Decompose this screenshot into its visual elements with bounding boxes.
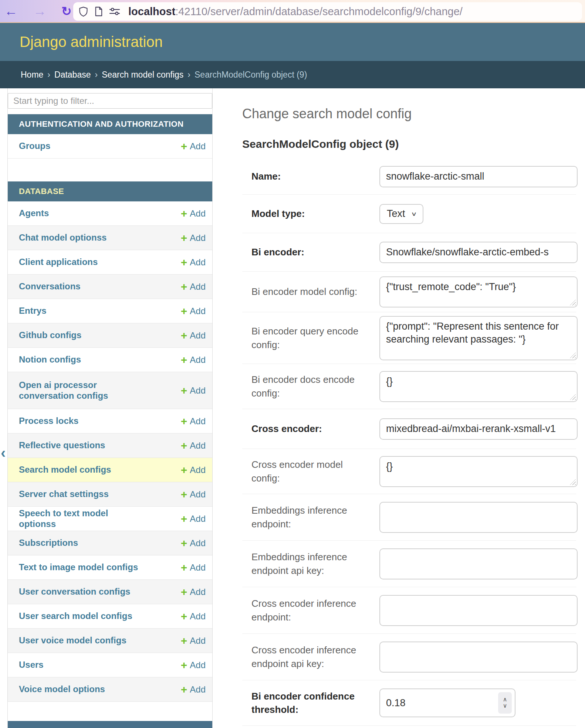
- sidebar-item-link-server-chat-settingss[interactable]: Server chat settingss: [19, 489, 109, 499]
- sidebar-item-chat-model-optionss[interactable]: Chat model optionss+Add: [8, 226, 212, 250]
- sidebar-item-link-chat-model-optionss[interactable]: Chat model optionss: [19, 232, 106, 243]
- sidebar-item-link-speech-to-text-model-optionss[interactable]: Speech to text model optionss: [19, 508, 141, 529]
- bi-encoder-model-config-textarea[interactable]: {"trust_remote_code": "True"}: [379, 276, 578, 307]
- sidebar-item-reflective-questions[interactable]: Reflective questions+Add: [8, 433, 212, 458]
- stepper-up-icon[interactable]: ∧: [503, 697, 507, 703]
- bi-encoder-confidence-threshold-stepper[interactable]: ∧∨: [498, 692, 512, 714]
- sidebar-item-link-text-to-image-model-configs[interactable]: Text to image model configs: [19, 562, 138, 572]
- sidebar-item-subscriptions[interactable]: Subscriptions+Add: [8, 531, 212, 555]
- add-user-search-model-configs-button[interactable]: +Add: [181, 611, 206, 622]
- sidebar-item-link-conversations[interactable]: Conversations: [19, 281, 81, 292]
- sidebar-item-speech-to-text-model-optionss[interactable]: Speech to text model optionss+Add: [8, 507, 212, 531]
- breadcrumb-link-database[interactable]: Database: [54, 70, 91, 80]
- sidebar-item-link-user-search-model-configs[interactable]: User search model configs: [19, 611, 132, 621]
- sidebar-item-link-voice-model-options[interactable]: Voice model options: [19, 684, 105, 694]
- plus-icon: +: [181, 611, 187, 622]
- forward-icon[interactable]: →: [33, 4, 47, 18]
- sidebar-item-link-open-ai-processor-conversation-configs[interactable]: Open ai processor conversation configs: [19, 380, 141, 401]
- sidebar-item-link-github-configs[interactable]: Github configs: [19, 330, 81, 340]
- sidebar-item-link-notion-configs[interactable]: Notion configs: [19, 354, 81, 365]
- sidebar-item-link-process-locks[interactable]: Process locks: [19, 416, 78, 426]
- add-voice-model-options-button[interactable]: +Add: [181, 684, 206, 695]
- sidebar-item-process-locks[interactable]: Process locks+Add: [8, 409, 212, 433]
- model-type-select[interactable]: Text∨: [379, 204, 423, 224]
- plus-icon: +: [181, 635, 187, 646]
- sidebar-toggle-icon[interactable]: ‹: [1, 445, 6, 460]
- add-groups-button[interactable]: +Add: [181, 141, 206, 152]
- sidebar-item-link-client-applications[interactable]: Client applications: [19, 257, 98, 267]
- sidebar-item-link-reflective-questions[interactable]: Reflective questions: [19, 440, 105, 450]
- add-entrys-button[interactable]: +Add: [181, 306, 206, 317]
- plus-icon: +: [181, 208, 187, 219]
- sidebar-item-link-agents[interactable]: Agents: [19, 208, 49, 218]
- bi-encoder-confidence-threshold-input[interactable]: [379, 688, 515, 717]
- sidebar-item-link-groups[interactable]: Groups: [19, 141, 50, 151]
- sidebar-item-open-ai-processor-conversation-configs[interactable]: Open ai processor conversation configs+A…: [8, 372, 212, 409]
- sidebar-item-link-subscriptions[interactable]: Subscriptions: [19, 538, 78, 548]
- bi-encoder-query-encode-config-textarea[interactable]: {"prompt": "Represent this sentence for …: [379, 316, 578, 360]
- sidebar-item-link-user-voice-model-configs[interactable]: User voice model configs: [19, 635, 126, 646]
- add-label: Add: [190, 514, 206, 524]
- add-label: Add: [190, 306, 206, 316]
- cross-encoder-inference-endpoint-input[interactable]: [379, 595, 578, 626]
- sidebar-item-search-model-configs[interactable]: Search model configs+Add: [8, 458, 212, 482]
- sidebar-item-server-chat-settingss[interactable]: Server chat settingss+Add: [8, 482, 212, 507]
- back-icon[interactable]: ←: [4, 4, 18, 18]
- sidebar-item-voice-model-options[interactable]: Voice model options+Add: [8, 677, 212, 702]
- embeddings-inference-endpoint-input[interactable]: [379, 502, 578, 533]
- add-client-applications-button[interactable]: +Add: [181, 257, 206, 268]
- cross-encoder-model-config-textarea[interactable]: {}: [379, 456, 578, 487]
- name-input[interactable]: [379, 166, 578, 187]
- address-bar[interactable]: localhost:42110/server/admin/database/se…: [73, 2, 582, 21]
- add-users-button[interactable]: +Add: [181, 660, 206, 671]
- bi-encoder-docs-encode-config-textarea[interactable]: {}: [379, 371, 578, 402]
- main-content: Change search model config SearchModelCo…: [213, 88, 585, 728]
- add-search-model-configs-button[interactable]: +Add: [181, 465, 206, 476]
- add-conversations-button[interactable]: +Add: [181, 281, 206, 292]
- embeddings-inference-endpoint-api-key-input[interactable]: [379, 548, 578, 579]
- sidebar-item-groups[interactable]: Groups+Add: [8, 134, 212, 159]
- sidebar-item-users[interactable]: Users+Add: [8, 653, 212, 677]
- add-server-chat-settingss-button[interactable]: +Add: [181, 489, 206, 500]
- add-subscriptions-button[interactable]: +Add: [181, 538, 206, 549]
- add-label: Add: [190, 330, 206, 341]
- add-reflective-questions-button[interactable]: +Add: [181, 440, 206, 451]
- cross-encoder-inference-endpoint-api-key-input[interactable]: [379, 642, 578, 673]
- breadcrumb-link-home[interactable]: Home: [21, 70, 43, 80]
- sidebar-item-text-to-image-model-configs[interactable]: Text to image model configs+Add: [8, 555, 212, 580]
- add-process-locks-button[interactable]: +Add: [181, 416, 206, 427]
- sidebar-filter-input[interactable]: [8, 93, 212, 109]
- cross-encoder-input[interactable]: [379, 418, 578, 440]
- sidebar-item-conversations[interactable]: Conversations+Add: [8, 275, 212, 299]
- sidebar-item-link-user-conversation-configs[interactable]: User conversation configs: [19, 586, 130, 597]
- add-agents-button[interactable]: +Add: [181, 208, 206, 219]
- sidebar-item-entrys[interactable]: Entrys+Add: [8, 299, 212, 323]
- page-icon[interactable]: [94, 6, 103, 17]
- bi-encoder-input[interactable]: [379, 242, 578, 263]
- sidebar-item-link-entrys[interactable]: Entrys: [19, 306, 47, 316]
- add-notion-configs-button[interactable]: +Add: [181, 354, 206, 365]
- shield-icon[interactable]: [78, 6, 88, 17]
- stepper-down-icon[interactable]: ∨: [503, 703, 507, 709]
- sidebar-item-client-applications[interactable]: Client applications+Add: [8, 250, 212, 275]
- sidebar-item-github-configs[interactable]: Github configs+Add: [8, 323, 212, 348]
- add-user-voice-model-configs-button[interactable]: +Add: [181, 635, 206, 646]
- sidebar-item-user-search-model-configs[interactable]: User search model configs+Add: [8, 604, 212, 629]
- add-open-ai-processor-conversation-configs-button[interactable]: +Add: [181, 385, 206, 396]
- sidebar-item-agents[interactable]: Agents+Add: [8, 201, 212, 226]
- add-github-configs-button[interactable]: +Add: [181, 330, 206, 341]
- add-user-conversation-configs-button[interactable]: +Add: [181, 586, 206, 598]
- sidebar-item-link-search-model-configs[interactable]: Search model configs: [19, 465, 111, 475]
- sidebar-item-user-conversation-configs[interactable]: User conversation configs+Add: [8, 580, 212, 604]
- add-chat-model-optionss-button[interactable]: +Add: [181, 232, 206, 244]
- breadcrumb-link-search-model-configs[interactable]: Search model configs: [102, 70, 183, 80]
- add-speech-to-text-model-optionss-button[interactable]: +Add: [181, 513, 206, 524]
- sidebar-item-notion-configs[interactable]: Notion configs+Add: [8, 348, 212, 372]
- sidebar-item-link-users[interactable]: Users: [19, 660, 44, 670]
- sidebar-item-user-voice-model-configs[interactable]: User voice model configs+Add: [8, 629, 212, 653]
- reload-icon[interactable]: ↻: [61, 5, 72, 17]
- add-text-to-image-model-configs-button[interactable]: +Add: [181, 562, 206, 573]
- cross-encoder-cell: [379, 418, 578, 440]
- site-settings-toggles-icon[interactable]: [109, 8, 120, 15]
- site-title[interactable]: Django administration: [20, 34, 163, 50]
